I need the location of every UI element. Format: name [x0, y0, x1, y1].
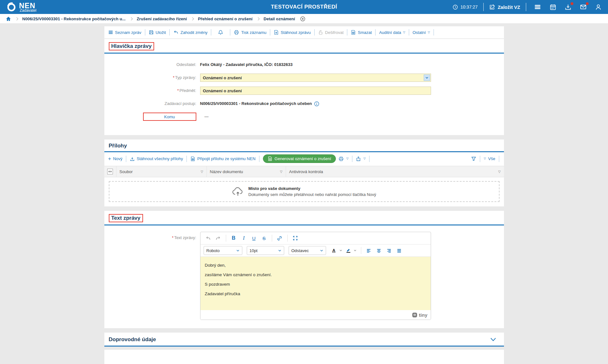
- chevron-down-icon: ▽: [363, 157, 366, 160]
- show-all-button[interactable]: ▽ Vše: [482, 156, 496, 161]
- editor-divider: [287, 235, 288, 242]
- editor-status-bar: tiny: [200, 310, 431, 320]
- attachments-dropzone[interactable]: Místo pro vaše dokumenty Dokumenty sem m…: [109, 181, 500, 202]
- toolbar-divider: [369, 156, 369, 162]
- align-center-button[interactable]: [375, 246, 383, 255]
- bold-button[interactable]: B: [229, 234, 238, 243]
- annotation-box: Hlavička zprávy: [109, 42, 154, 50]
- export-attachments-button[interactable]: ▽: [355, 156, 367, 161]
- funnel-icon: [471, 156, 476, 161]
- toolbar-divider: [126, 156, 126, 162]
- attachments-toolbar: + Nový Stáhnout všechny přílohy Připojit…: [104, 152, 504, 165]
- new-attachment-button[interactable]: + Nový: [107, 156, 124, 161]
- record-toolbar: Seznam zpráv Uložit Zahodit změny: [104, 26, 504, 38]
- message-line: Zadavatel příručka: [205, 291, 426, 296]
- block-format-select[interactable]: Odstavec: [289, 246, 326, 255]
- download-message-button[interactable]: Stáhnout zprávu: [272, 30, 312, 35]
- filter-button[interactable]: [470, 156, 478, 161]
- section-divider: [104, 346, 504, 347]
- print-attachments-button[interactable]: ▽: [337, 156, 350, 161]
- subject-input[interactable]: [200, 87, 431, 95]
- recipient-button[interactable]: Komu: [143, 113, 196, 121]
- save-icon: [149, 30, 154, 35]
- text-color-button[interactable]: A: [330, 248, 337, 253]
- annotation-box: Text zprávy: [109, 214, 143, 222]
- subject-label: Předmět:: [180, 88, 196, 93]
- redo-icon[interactable]: [214, 234, 223, 243]
- breadcrumb-item-overview[interactable]: Přehled oznámení o zrušení: [198, 16, 252, 21]
- undo-icon: [173, 30, 179, 35]
- highlighter-icon: [346, 248, 351, 253]
- collapse-chevron-icon[interactable]: [490, 337, 496, 342]
- other-button[interactable]: Ostatní ▽: [411, 30, 431, 35]
- generate-cancellation-button[interactable]: Generovat oznámení o zrušení: [263, 154, 336, 163]
- dropzone-title: Místo pro vaše dokumenty: [248, 186, 376, 191]
- download-all-attachments-button[interactable]: Stáhnout všechny přílohy: [128, 156, 184, 161]
- toolbar-divider: [186, 156, 187, 162]
- undo-icon[interactable]: [204, 234, 212, 243]
- message-line: Dobrý den,: [205, 263, 426, 268]
- create-vz-button[interactable]: Založit VZ: [489, 4, 520, 10]
- calendar-icon[interactable]: [550, 4, 556, 10]
- save-button[interactable]: Uložit: [147, 30, 167, 35]
- chevron-down-icon: ▽: [428, 31, 430, 34]
- notification-bell-button[interactable]: [213, 30, 228, 35]
- section-title-message-text: Text zprávy: [111, 215, 141, 221]
- select-chevron-icon[interactable]: [424, 75, 430, 81]
- breadcrumb-separator-icon: [191, 17, 194, 20]
- toolbar-divider: [347, 29, 347, 36]
- font-size-select[interactable]: 10pt: [247, 246, 284, 255]
- topbar-divider: [483, 3, 484, 11]
- required-mark: *: [172, 235, 173, 240]
- breadcrumb-item-procedure[interactable]: N006/25/V00003301 - Rekonstrukce počítač…: [22, 16, 126, 21]
- user-icon[interactable]: [595, 4, 602, 10]
- column-filter-icon[interactable]: ▽: [498, 170, 501, 173]
- mail-icon[interactable]: [580, 3, 587, 10]
- column-header-antivir: Antivirová kontrola: [289, 169, 323, 174]
- section-title-attachments: Přílohy: [109, 143, 127, 149]
- delete-button[interactable]: Smazat: [350, 30, 373, 35]
- toolbar-divider: [434, 29, 434, 36]
- clock-icon: [453, 4, 458, 10]
- required-mark: *: [173, 75, 174, 80]
- info-icon[interactable]: [314, 101, 319, 107]
- audit-data-button[interactable]: Auditní data ▽: [378, 30, 406, 35]
- print-record-button[interactable]: Tisk záznamu: [232, 30, 268, 35]
- message-type-select[interactable]: Oznámení o zrušení: [200, 74, 431, 82]
- font-family-select[interactable]: Roboto: [204, 246, 242, 255]
- discard-changes-button[interactable]: Zahodit změny: [172, 30, 209, 35]
- top-bar: NEN Zadavatel TESTOVACÍ PROSTŘEDÍ 10:37:…: [0, 0, 608, 14]
- extra-data-content: [104, 350, 504, 364]
- message-list-button[interactable]: Seznam zpráv: [107, 30, 143, 35]
- menu-icon[interactable]: [534, 4, 541, 10]
- extra-data-panel: Doprovodné údaje: [104, 333, 504, 347]
- section-title-header: Hlavička zprávy: [111, 43, 152, 49]
- underline-button[interactable]: U: [250, 234, 258, 243]
- editor-content-area[interactable]: Dobrý den, zasíláme Vám oznámení o zruše…: [200, 257, 431, 310]
- highlight-color-button[interactable]: [345, 248, 352, 253]
- breadcrumb-separator-icon: [257, 17, 260, 20]
- breadcrumb-item-detail: Detail oznámení: [264, 16, 295, 21]
- align-left-button[interactable]: [364, 246, 373, 255]
- tiny-logo-icon: [412, 312, 417, 318]
- column-filter-icon[interactable]: ▽: [280, 170, 283, 173]
- breadcrumb-item-cancellation[interactable]: Zrušení zadávacího řízení: [137, 16, 187, 21]
- close-tab-icon[interactable]: [300, 16, 305, 22]
- inbox-download-icon[interactable]: [565, 3, 572, 10]
- home-icon[interactable]: [6, 16, 11, 22]
- attach-from-nen-button[interactable]: Připojit přílohu ze systému NEN: [189, 156, 257, 161]
- plus-icon: +: [108, 156, 111, 161]
- italic-button[interactable]: I: [239, 234, 248, 243]
- align-justify-button[interactable]: [395, 246, 404, 255]
- highlight-color-chevron-icon[interactable]: [354, 250, 356, 251]
- link-button[interactable]: [275, 234, 284, 243]
- chevron-down-icon: ▽: [484, 157, 486, 160]
- breadcrumb-separator-icon: [15, 17, 18, 20]
- strikethrough-button[interactable]: S: [260, 234, 269, 243]
- align-right-button[interactable]: [385, 246, 394, 255]
- fullscreen-button[interactable]: [291, 234, 300, 243]
- download-icon: [130, 156, 135, 161]
- column-settings-icon[interactable]: [107, 169, 113, 174]
- text-color-chevron-icon[interactable]: [339, 250, 342, 251]
- column-filter-icon[interactable]: ▽: [201, 170, 203, 173]
